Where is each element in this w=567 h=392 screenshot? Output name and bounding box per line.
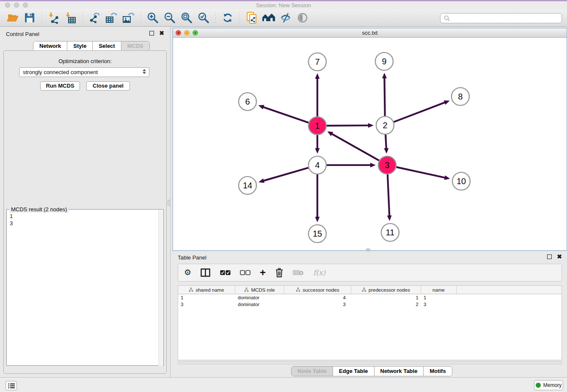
- tab-node-table[interactable]: Node Table: [292, 367, 333, 376]
- network-canvas[interactable]: 7968124314101511: [173, 38, 567, 250]
- network-close-button[interactable]: ✕: [176, 30, 181, 36]
- graph-node-9[interactable]: 9: [375, 52, 393, 70]
- refresh-button[interactable]: [220, 11, 235, 25]
- graph-edge-2-8[interactable]: [394, 100, 450, 122]
- close-panel-icon[interactable]: ✖: [159, 31, 164, 36]
- zoom-out-button[interactable]: [162, 11, 177, 25]
- zoom-in-button[interactable]: [146, 11, 160, 25]
- column-selector-button[interactable]: [201, 268, 211, 277]
- export-network-button[interactable]: [88, 11, 102, 25]
- table-row[interactable]: 3 dominator 3 2 3: [178, 301, 561, 308]
- graph-node-11[interactable]: 11: [381, 224, 399, 241]
- window-close-button[interactable]: [5, 3, 10, 8]
- import-network-button[interactable]: [47, 11, 61, 25]
- window-zoom-button[interactable]: [23, 3, 28, 8]
- cell-name[interactable]: 3: [421, 302, 457, 307]
- export-table-button[interactable]: [105, 11, 119, 25]
- column-header-shared-name[interactable]: shared name: [178, 286, 235, 294]
- cell-mcds-role[interactable]: dominator: [235, 295, 284, 300]
- search-input[interactable]: [450, 15, 558, 22]
- table-horizontal-scrollbar[interactable]: [178, 361, 562, 364]
- graph-node-8[interactable]: 8: [451, 88, 469, 105]
- result-scrollbar[interactable]: [158, 210, 163, 366]
- graph-node-10[interactable]: 10: [452, 172, 470, 190]
- memory-button[interactable]: Memory: [534, 380, 563, 390]
- criterion-dropdown[interactable]: strongly connected component: [19, 67, 149, 77]
- show-graphics-details-button[interactable]: [295, 11, 310, 25]
- tab-select[interactable]: Select: [93, 41, 121, 51]
- cell-predecessor-nodes[interactable]: 2: [351, 302, 421, 307]
- window-minimize-button[interactable]: [14, 3, 19, 8]
- graph-node-1[interactable]: 1: [308, 117, 326, 135]
- graph-edge-2-3[interactable]: [384, 135, 388, 154]
- graph-node-3[interactable]: 3: [378, 156, 396, 174]
- cell-shared-name[interactable]: 3: [178, 302, 235, 307]
- delete-table-button[interactable]: [293, 269, 304, 276]
- hide-graphics-details-button[interactable]: [278, 11, 293, 25]
- graph-edge-4-15[interactable]: [315, 174, 320, 222]
- cell-mcds-role[interactable]: dominator: [235, 302, 284, 307]
- graph-edge-1-2[interactable]: [327, 123, 374, 128]
- float-panel-icon[interactable]: [149, 31, 154, 36]
- graph-edge-2-9[interactable]: [382, 73, 387, 116]
- open-session-button[interactable]: [6, 11, 20, 25]
- tab-edge-table[interactable]: Edge Table: [333, 367, 374, 376]
- tab-style[interactable]: Style: [67, 41, 93, 51]
- select-all-rows-button[interactable]: [220, 270, 231, 275]
- delete-columns-button[interactable]: [275, 268, 284, 277]
- tab-network[interactable]: Network: [33, 41, 67, 51]
- save-session-button[interactable]: [22, 11, 37, 25]
- mcds-result-list[interactable]: 1 3: [10, 213, 13, 227]
- add-column-button[interactable]: +: [260, 268, 266, 277]
- import-table-button[interactable]: [63, 11, 78, 25]
- tab-network-table[interactable]: Network Table: [374, 367, 424, 376]
- graph-edge-3-10[interactable]: [396, 167, 450, 180]
- panel-splitter-handle[interactable]: [168, 200, 171, 206]
- graph-edge-4-14[interactable]: [259, 168, 308, 183]
- export-image-button[interactable]: [121, 11, 136, 25]
- table-row[interactable]: 1 dominator 4 1 1: [178, 294, 561, 301]
- toolbar-separator: [215, 11, 216, 24]
- deselect-all-rows-button[interactable]: [240, 270, 250, 275]
- cell-successor-nodes[interactable]: 3: [284, 302, 351, 307]
- graph-edge-4-3[interactable]: [327, 163, 376, 168]
- network-minimize-button[interactable]: −: [184, 30, 190, 36]
- tab-motifs[interactable]: Motifs: [424, 367, 451, 376]
- cell-shared-name[interactable]: 1: [178, 295, 235, 300]
- canvas-splitter-handle[interactable]: [366, 248, 370, 251]
- graph-node-7[interactable]: 7: [308, 53, 326, 71]
- search-field[interactable]: [440, 13, 562, 23]
- column-header-predecessor-nodes[interactable]: predecessor nodes: [351, 286, 421, 294]
- column-header-name[interactable]: name: [421, 286, 457, 294]
- graph-node-6[interactable]: 6: [239, 93, 256, 110]
- graph-edge-3-11[interactable]: [387, 174, 392, 221]
- table-options-button[interactable]: ⚙: [184, 268, 191, 277]
- zoom-fit-button[interactable]: [179, 11, 194, 25]
- graph-node-15[interactable]: 15: [308, 225, 326, 243]
- column-header-successor-nodes[interactable]: successor nodes: [284, 286, 351, 294]
- first-neighbors-button[interactable]: [261, 11, 276, 25]
- graph-node-2[interactable]: 2: [376, 116, 394, 134]
- close-panel-button[interactable]: Close panel: [86, 81, 130, 91]
- zoom-selected-button[interactable]: [196, 11, 211, 25]
- run-mcds-button[interactable]: Run MCDS: [40, 81, 80, 91]
- graph-edge-1-7[interactable]: [315, 73, 320, 116]
- network-window-titlebar[interactable]: ✕ − + scc.txt: [173, 28, 567, 38]
- copy-network-view-button[interactable]: [245, 11, 259, 25]
- network-maximize-button[interactable]: +: [193, 30, 198, 36]
- graph-edge-1-6[interactable]: [259, 105, 309, 123]
- tab-mcds[interactable]: MCDS: [121, 41, 149, 51]
- graph-node-4[interactable]: 4: [308, 156, 326, 174]
- graph-edge-3-1[interactable]: [328, 131, 379, 160]
- task-history-button[interactable]: [6, 381, 17, 390]
- zoom-fit-icon: [181, 12, 193, 24]
- graph-edge-1-4[interactable]: [315, 135, 320, 154]
- graph-node-14[interactable]: 14: [239, 177, 256, 194]
- column-header-mcds-role[interactable]: MCDS role: [235, 286, 284, 294]
- function-builder-button[interactable]: f(x): [313, 268, 325, 277]
- close-table-panel-icon[interactable]: ✖: [557, 254, 562, 259]
- cell-successor-nodes[interactable]: 4: [284, 295, 351, 300]
- cell-predecessor-nodes[interactable]: 1: [351, 295, 421, 300]
- cell-name[interactable]: 1: [421, 295, 457, 300]
- float-table-panel-icon[interactable]: [547, 254, 552, 259]
